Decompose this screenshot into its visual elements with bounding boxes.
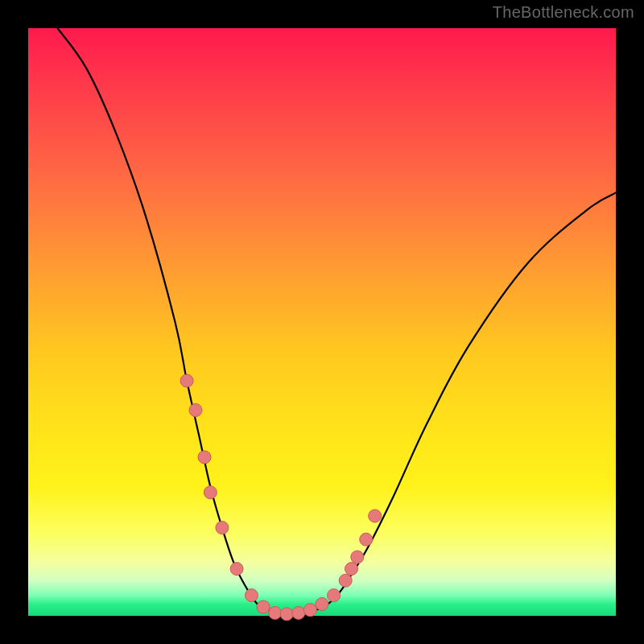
- marker-dot: [360, 533, 373, 546]
- marker-dot: [345, 563, 358, 576]
- marker-dot: [303, 604, 316, 617]
- chart-frame: TheBottleneck.com: [0, 0, 644, 644]
- marker-dot: [257, 601, 270, 613]
- chart-svg: [28, 28, 616, 616]
- bottleneck-curve: [58, 28, 617, 617]
- watermark-text: TheBottleneck.com: [493, 3, 634, 22]
- marker-dot: [198, 451, 211, 464]
- marker-dot: [328, 589, 341, 602]
- marker-dot: [245, 589, 258, 602]
- highlighted-range-dots: [180, 374, 382, 621]
- marker-dot: [216, 522, 229, 535]
- marker-dot: [351, 551, 364, 564]
- marker-dot: [339, 574, 352, 587]
- marker-dot: [180, 374, 193, 387]
- marker-dot: [280, 608, 293, 621]
- marker-dot: [204, 486, 217, 499]
- marker-dot: [292, 606, 305, 619]
- marker-dot: [189, 404, 202, 417]
- marker-dot: [369, 510, 382, 522]
- marker-dot: [269, 606, 282, 619]
- plot-area: [28, 28, 616, 616]
- marker-dot: [230, 563, 243, 576]
- marker-dot: [316, 597, 328, 610]
